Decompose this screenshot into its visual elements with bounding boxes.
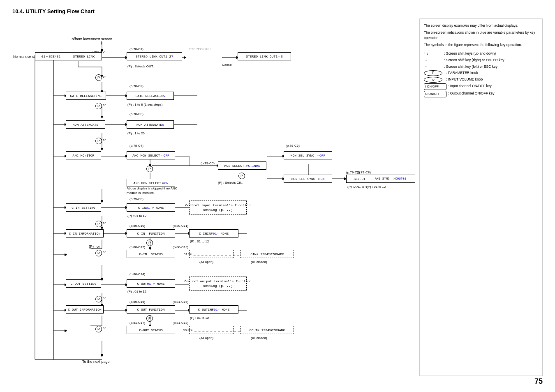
cout-open-box: COUT= _ _ _ _ _ _ _ _ _ _ _ _ — [189, 326, 234, 334]
legend-desc-left: : Screen shift key (left) or ESC key — [444, 64, 497, 70]
ctrl-output-box: Control output terminal's functionsettin… — [189, 277, 247, 291]
p-01-12-cout-func: (P) : 01 to 12 — [190, 316, 209, 320]
p-selects-cin: (P) : Selects CIN. — [218, 181, 243, 184]
p-circle-cin-info: P — [95, 221, 102, 227]
legend-sym-updown: ↑ ↓ — [424, 51, 442, 57]
p80c11-label: (p.80-C11) — [173, 224, 188, 228]
svg-text:(P): (P) — [89, 244, 94, 249]
or-label-2: or — [103, 103, 106, 107]
cin-status-box: C-IN STATUS — [127, 250, 175, 258]
p-circle-cout-stat: P — [95, 326, 102, 332]
legend-item-vol: IV : INPUT VOLUME knob — [424, 77, 538, 83]
or-label-cin-stat: or — [103, 250, 106, 254]
legend-sym-vol: IV — [424, 77, 442, 83]
all-closed-2: (All closed) — [251, 336, 267, 340]
p79c6-label: (p.79-C6) — [286, 144, 300, 148]
p-01-12-an1: (P) : 01 to 12 — [367, 185, 386, 189]
cin-open-box: CIN= _ _ _ _ _ _ _ _ _ _ _ _ — [189, 250, 234, 258]
cout-function-box: C-OUT FUNCTION — [127, 305, 175, 314]
p-circle-cin-func: P — [146, 240, 153, 246]
stereo-link-box: STEREO LINK — [66, 52, 102, 60]
gate-releasetime-box: GATE RELEASETIME — [66, 92, 106, 100]
legend-item-param: P : PARAMETER knob — [424, 70, 538, 76]
p-circle-2: P — [95, 103, 102, 109]
to-next-label: To the next page — [82, 360, 110, 364]
p-selects-out: (P) : Selects OUT. — [127, 65, 154, 68]
cin01-none-box: C-IN01 -> NONE — [127, 203, 175, 212]
p-1-8: (P) : 1 to 8 (1 sec steps) — [127, 103, 162, 106]
p78c4-label: (p.78-C4) — [130, 144, 143, 148]
or-label-1: or — [103, 75, 106, 78]
cin-info-box: C-IN INFORMATION — [66, 229, 104, 238]
svg-text:or: or — [97, 244, 100, 249]
or-label-cout-stat: or — [103, 326, 106, 330]
p80c10-label: (p.80-C10) — [130, 224, 145, 228]
p-1-20: (P) : 1 to 20 — [127, 131, 145, 135]
legend-desc-updown: : Screen shift keys (up and down) — [444, 51, 496, 57]
coutinf01-none-box: C-OUTINF01 = NONE — [189, 305, 238, 314]
legend-item-ionoff: I-ON/OFF : Input channel ON/OFF key — [424, 83, 538, 90]
mon-select-cin01-box: MON SELECT-> C-IN01 — [218, 161, 266, 170]
p80c12-label: (p.80-C12) — [130, 245, 145, 249]
or-label-cin-info: or — [103, 221, 106, 225]
legend-sym-left: ← — [424, 64, 442, 70]
all-open-1: (All open) — [199, 260, 213, 264]
legend-item-oonoff: O-ON/OFF : Output channel ON/OFF key — [424, 91, 538, 97]
flow-chart: (P) or To/from lowermost screen Normal u… — [12, 18, 411, 376]
p80c14-label: (p.80-C14) — [130, 272, 145, 276]
legend-desc-right: : Screen shift key (right) or ENTER key — [444, 58, 504, 63]
legend-item-right: → : Screen shift key (right) or ENTER ke… — [424, 58, 538, 63]
p-01-12-cin-func: (P) : 01 to 12 — [190, 240, 209, 243]
anc-mon-select-on-box: ANC MON SELECT＝ON — [127, 179, 175, 187]
nom-attenuate-box: NOM ATTENUATE — [66, 120, 105, 129]
stereo-link-out1s-box: STEREO LINK OUT1＝S — [238, 52, 291, 60]
legend-intro-2: The on-screen indications shown in blue … — [424, 30, 538, 41]
p-circle-3: P — [95, 138, 102, 144]
p81c17-label: (p.81-C17) — [130, 321, 145, 325]
ctrl-input-box: Control input terminal's functionsetting… — [189, 201, 247, 214]
scene1-box: 01－SCENE1 — [35, 52, 67, 60]
mon-sel-sync-on-box: MON SEL SYNC ＝ ON — [284, 175, 332, 183]
or-label-3: or — [103, 138, 106, 142]
p81c18-label: (p.81-C18) — [173, 321, 188, 325]
legend-desc-param: : PARAMETER knob — [446, 70, 478, 76]
main-content: (P) or To/from lowermost screen Normal u… — [12, 18, 543, 376]
p-01-12-cout-set: (P) : 01 to 12 — [127, 290, 146, 293]
p78c2-label: (p.78-C2) — [130, 84, 143, 88]
anc-monitor-box: ANC MONITOR — [66, 151, 101, 159]
cininf01-none-box: C-ININF01 = NONE — [189, 229, 238, 238]
p81c16-label: (p.81-C16) — [173, 300, 188, 304]
p-circle-anc: P — [146, 166, 153, 172]
page-title: 10.4. UTILITY Setting Flow Chart — [12, 8, 543, 14]
cin-closed-box: CIN= 123456789ABC — [240, 250, 294, 258]
gate-release-box: GATE RELEASE-> 5 — [127, 92, 174, 100]
above-display-note: Above display is skipped if no ANC modul… — [127, 186, 184, 195]
cout-closed-box: COUT= 123456789ABC — [240, 326, 294, 334]
legend-intro-1: The screen display examples may differ f… — [424, 23, 538, 29]
p-an1-4: (P) : AN1 to 4 — [347, 185, 367, 189]
p79c9-label: (p.79-C9) — [130, 197, 143, 201]
legend-desc-vol: : INPUT VOLUME knob — [446, 77, 483, 83]
legend-sym-ionoff: I-ON/OFF — [424, 83, 446, 90]
legend-box: The screen display examples may differ f… — [419, 18, 543, 376]
legend-item-updown: ↑ ↓ : Screen shift keys (up and down) — [424, 51, 538, 57]
to-from-label: To/from lowermost screen — [70, 37, 112, 41]
p-circle-cin-stat: P — [95, 250, 102, 256]
top-arrow: ↓ — [100, 39, 103, 46]
p-circle-1: P — [95, 74, 102, 81]
p79c5-label: (p.79-C5) — [201, 161, 215, 165]
p-circle-mon: P — [238, 173, 245, 179]
p80c13-label: (p.80-C13) — [173, 245, 188, 249]
all-closed-1: (All closed) — [251, 260, 267, 264]
connector-lines: (P) or — [12, 18, 391, 376]
an1-sync-cout01-box: AN1 SYNC -> COUT01 — [366, 175, 415, 183]
or-label-cout-info: or — [103, 296, 106, 300]
cin-function-box: C-IN FUNCTION — [127, 229, 175, 238]
p-01-12-cin-set: (P) : 01 to 12 — [127, 214, 146, 218]
legend-sym-right: → — [424, 58, 442, 63]
legend-desc-ionoff: : Input channel ON/OFF key — [448, 83, 492, 89]
legend-sym-oonoff: O-ON/OFF — [424, 91, 446, 97]
cout-setting-box: C-OUT SETTING — [66, 279, 101, 288]
cancel-label: Cancel — [222, 63, 232, 67]
all-open-2: (All open) — [199, 336, 213, 340]
